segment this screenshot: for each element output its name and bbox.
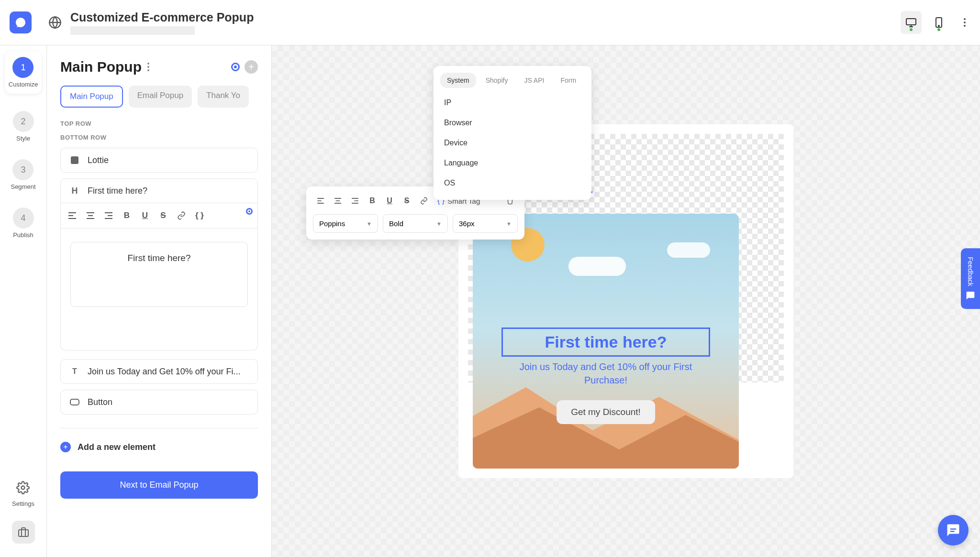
visibility-toggle-icon[interactable] — [231, 63, 240, 71]
active-indicator-icon — [246, 208, 253, 215]
rail-step-number: 3 — [12, 159, 33, 180]
bottom-row-section-label: BOTTOM ROW — [60, 134, 258, 141]
add-element-button[interactable]: + Add a new element — [60, 442, 258, 452]
underline-button[interactable]: U — [382, 193, 397, 208]
rail-step-label: Customize — [9, 81, 38, 88]
element-label: First time here? — [88, 186, 147, 196]
tab-main-popup[interactable]: Main Popup — [60, 86, 123, 108]
page-title: Customized E-commerce Popup — [70, 11, 901, 24]
header-more-menu[interactable] — [959, 18, 970, 27]
briefcase-button[interactable] — [12, 521, 35, 544]
element-label: Lottie — [88, 155, 109, 165]
element-heading[interactable]: H First time here? — [60, 178, 258, 203]
strikethrough-button[interactable]: S — [399, 193, 414, 208]
popup-heading-text: First time here? — [509, 333, 703, 351]
panel-title-more-menu[interactable] — [147, 63, 149, 71]
strikethrough-button[interactable]: S — [156, 208, 171, 223]
cloud-graphic — [667, 242, 710, 258]
smart-tab-jsapi[interactable]: JS API — [517, 73, 551, 88]
app-logo[interactable] — [10, 11, 32, 33]
font-weight-select[interactable]: Bold▼ — [383, 214, 448, 233]
smart-item-language[interactable]: Language — [440, 153, 585, 173]
chevron-down-icon: ▼ — [367, 221, 372, 227]
smart-item-ip[interactable]: IP — [440, 93, 585, 113]
smart-item-device[interactable]: Device — [440, 133, 585, 153]
rail-step-segment[interactable]: 3 Segment — [11, 159, 35, 190]
rail-step-publish[interactable]: 4 Publish — [13, 208, 34, 239]
top-row-section-label: TOP ROW — [60, 120, 258, 127]
feedback-tab[interactable]: Feedback — [961, 248, 980, 309]
font-family-select[interactable]: Poppins▼ — [313, 214, 378, 233]
divider — [60, 428, 258, 428]
desktop-preview-button[interactable] — [901, 11, 922, 34]
smart-tag-dropdown: System Shopify JS API Form IP Browser De… — [434, 66, 591, 200]
globe-icon[interactable] — [48, 16, 62, 29]
add-step-button[interactable]: + — [245, 60, 258, 74]
align-right-button[interactable] — [101, 208, 116, 223]
cloud-graphic — [568, 257, 626, 276]
align-right-button[interactable] — [347, 193, 363, 208]
next-step-button[interactable]: Next to Email Popup — [60, 471, 258, 499]
gear-icon — [16, 481, 30, 494]
heading-icon: H — [69, 186, 80, 196]
smart-tab-shopify[interactable]: Shopify — [479, 73, 515, 88]
align-left-button[interactable] — [313, 193, 328, 208]
plus-icon: + — [60, 442, 71, 452]
link-button[interactable] — [416, 193, 432, 208]
bold-button[interactable]: B — [365, 193, 380, 208]
align-left-button[interactable] — [65, 208, 80, 223]
rail-step-number: 4 — [13, 208, 34, 229]
element-label: Button — [88, 397, 112, 407]
chevron-down-icon: ▼ — [436, 221, 442, 227]
tab-email-popup[interactable]: Email Popup — [129, 86, 192, 108]
font-size-select[interactable]: 36px▼ — [453, 214, 518, 233]
chat-widget-button[interactable] — [938, 515, 969, 546]
align-center-button[interactable] — [330, 193, 345, 208]
button-icon — [69, 397, 80, 407]
rail-step-label: Publish — [13, 231, 33, 239]
rail-step-number: 2 — [13, 111, 34, 132]
lottie-icon — [69, 155, 80, 165]
smart-item-browser[interactable]: Browser — [440, 113, 585, 133]
smart-tab-form[interactable]: Form — [554, 73, 583, 88]
element-lottie[interactable]: Lottie — [60, 148, 258, 173]
popup-step-tabs: Main Popup Email Popup Thank Yo — [60, 86, 258, 108]
rail-step-label: Segment — [11, 183, 35, 190]
chevron-down-icon: ▼ — [506, 221, 512, 227]
element-button[interactable]: Button — [60, 390, 258, 415]
canvas-area: First time here? Join us Today and Get 1… — [272, 45, 980, 557]
link-button[interactable] — [174, 208, 189, 223]
settings-button[interactable]: Settings — [12, 481, 34, 507]
popup-heading-selected[interactable]: First time here? — [501, 328, 710, 357]
popup-cta-button[interactable]: Get my Discount! — [557, 400, 655, 424]
chat-bubble-icon — [946, 523, 960, 537]
text-icon: T — [69, 366, 80, 377]
element-label: Join us Today and Get 10% off your Fi... — [88, 367, 241, 377]
rail-step-customize[interactable]: 1 Customize — [5, 51, 42, 94]
rail-step-label: Style — [16, 135, 30, 142]
popup-preview[interactable]: First time here? Join us Today and Get 1… — [473, 214, 739, 469]
smart-tab-system[interactable]: System — [440, 73, 476, 88]
bold-button[interactable]: B — [119, 208, 134, 223]
tab-thank-you[interactable]: Thank Yo — [198, 86, 249, 108]
smart-item-os[interactable]: OS — [440, 173, 585, 193]
underline-button[interactable]: U — [137, 208, 153, 223]
element-body-text[interactable]: T Join us Today and Get 10% off your Fi.… — [60, 359, 258, 384]
settings-label: Settings — [12, 500, 34, 507]
popup-subtext[interactable]: Join us Today and Get 10% off your First… — [501, 360, 710, 387]
mobile-preview-button[interactable] — [928, 11, 949, 34]
app-header: Customized E-commerce Popup — [0, 0, 980, 45]
left-nav-rail: 1 Customize 2 Style 3 Segment 4 Publish … — [0, 45, 47, 557]
page-subtitle-placeholder — [70, 26, 195, 35]
heading-preview-text[interactable]: First time here? — [70, 242, 248, 307]
rail-step-number: 1 — [12, 57, 33, 78]
add-element-label: Add a new element — [78, 442, 156, 452]
rail-step-style[interactable]: 2 Style — [13, 111, 34, 142]
svg-rect-6 — [71, 156, 78, 164]
svg-point-3 — [938, 25, 939, 26]
align-center-button[interactable] — [83, 208, 98, 223]
code-braces-button[interactable]: { } — [192, 208, 207, 223]
heading-inline-toolbar: B U S { } — [60, 203, 258, 229]
chat-icon — [966, 291, 975, 300]
heading-preview-box: First time here? — [60, 229, 258, 350]
